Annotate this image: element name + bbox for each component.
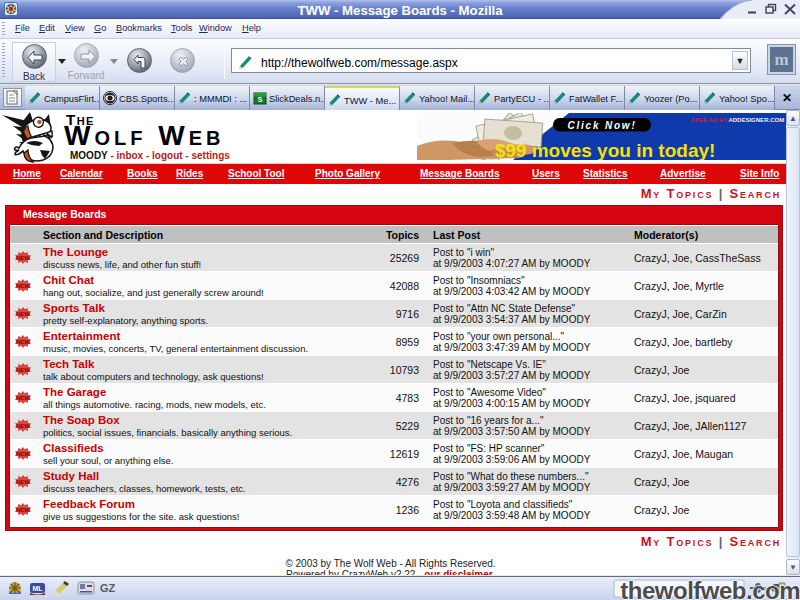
svg-text:NEW: NEW xyxy=(16,367,30,373)
svg-text:Click Now!: Click Now! xyxy=(567,120,636,131)
svg-text:NEW: NEW xyxy=(16,283,30,289)
svg-text:NEW: NEW xyxy=(16,423,30,429)
svg-text:FREE AD BY ADDESIGNER.COM: FREE AD BY ADDESIGNER.COM xyxy=(691,117,784,123)
svg-text:NEW: NEW xyxy=(16,339,30,345)
svg-text:$99 moves you in today!: $99 moves you in today! xyxy=(495,140,716,161)
svg-text:NEW: NEW xyxy=(16,507,30,513)
svg-text:NEW: NEW xyxy=(16,255,30,261)
svg-text:S: S xyxy=(258,96,263,103)
svg-text:NEW: NEW xyxy=(16,395,30,401)
svg-text:NEW: NEW xyxy=(16,451,30,457)
svg-text:NEW: NEW xyxy=(16,479,30,485)
svg-text:NEW: NEW xyxy=(16,311,30,317)
svg-text:GZ: GZ xyxy=(100,582,116,594)
svg-text:ML: ML xyxy=(32,585,43,592)
